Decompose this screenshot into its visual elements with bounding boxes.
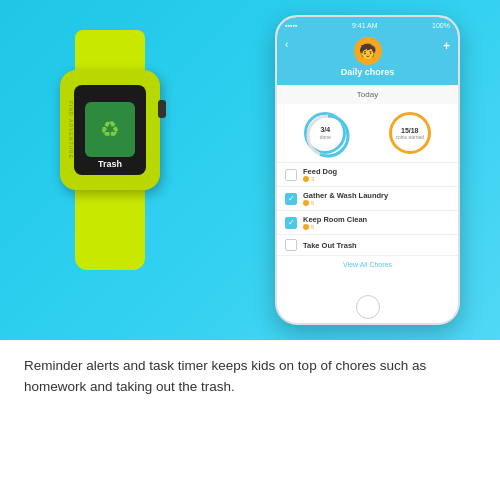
chore-info-room-clean: Keep Room Clean 5 bbox=[303, 215, 450, 230]
signal-indicator: ▪▪▪▪▪ bbox=[285, 22, 297, 29]
battery-indicator: 100% bbox=[432, 22, 450, 29]
view-all-chores-link[interactable]: View All Chores bbox=[277, 256, 458, 273]
chore-name: Gather & Wash Laundry bbox=[303, 191, 450, 200]
watch-body: FIND ADVENTURE ♻ Trash bbox=[60, 70, 160, 190]
chore-item-laundry[interactable]: ✓ Gather & Wash Laundry 5 bbox=[277, 187, 458, 211]
coin-dot-icon bbox=[303, 176, 309, 182]
today-label: Today bbox=[357, 90, 378, 99]
app-header: ‹ 🧒 Daily chores + bbox=[277, 33, 458, 85]
chore-info-trash: Take Out Trash bbox=[303, 241, 450, 250]
chore-list: Feed Dog 3 ✓ Gather & Wash Laundry 5 bbox=[277, 163, 458, 291]
hero-section: FIND ADVENTURE ♻ Trash ▪▪▪▪▪ 9:41 AM 100… bbox=[0, 0, 500, 340]
watch-band-top bbox=[75, 30, 145, 70]
prev-day-button[interactable]: ‹ bbox=[285, 89, 288, 100]
chore-info-laundry: Gather & Wash Laundry 5 bbox=[303, 191, 450, 206]
watch-button bbox=[158, 100, 166, 118]
recycle-icon: ♻ bbox=[100, 117, 120, 143]
checkmark-icon: ✓ bbox=[288, 194, 295, 203]
chore-checkbox-room-clean[interactable]: ✓ bbox=[285, 217, 297, 229]
chore-coins: 5 bbox=[303, 224, 450, 230]
coins-circle: 15/18 coins earned bbox=[389, 112, 431, 154]
chore-name: Feed Dog bbox=[303, 167, 450, 176]
coins-earned-count: 15/18 bbox=[401, 127, 419, 134]
screen-title: Daily chores bbox=[285, 67, 450, 77]
chore-info-feed-dog: Feed Dog 3 bbox=[303, 167, 450, 182]
phone-device: ▪▪▪▪▪ 9:41 AM 100% ‹ 🧒 Daily chores + ‹ … bbox=[275, 15, 460, 325]
watch-side-text: FIND ADVENTURE bbox=[68, 101, 74, 159]
coin-dot-icon bbox=[303, 200, 309, 206]
chore-name: Keep Room Clean bbox=[303, 215, 450, 224]
watch-chore-label: Trash bbox=[98, 159, 122, 169]
progress-section: 3/4 done 15/18 coins earned bbox=[277, 104, 458, 163]
checkmark-icon: ✓ bbox=[288, 218, 295, 227]
chore-item-take-out-trash[interactable]: Take Out Trash bbox=[277, 235, 458, 256]
progress-ring-svg bbox=[304, 112, 352, 160]
coin-dot-icon bbox=[303, 224, 309, 230]
avatar: 🧒 bbox=[354, 37, 382, 65]
phone-screen: ▪▪▪▪▪ 9:41 AM 100% ‹ 🧒 Daily chores + ‹ … bbox=[277, 17, 458, 323]
tasks-progress-circle: 3/4 done bbox=[304, 112, 346, 154]
chore-coins: 3 bbox=[303, 176, 450, 182]
chore-coins: 5 bbox=[303, 200, 450, 206]
chore-item-room-clean[interactable]: ✓ Keep Room Clean 5 bbox=[277, 211, 458, 235]
back-button[interactable]: ‹ bbox=[285, 39, 288, 50]
chore-checkbox-laundry[interactable]: ✓ bbox=[285, 193, 297, 205]
description-section: Reminder alerts and task timer keeps kid… bbox=[0, 340, 500, 414]
chore-checkbox-trash[interactable] bbox=[285, 239, 297, 251]
chore-name: Take Out Trash bbox=[303, 241, 450, 250]
watch-band-bottom bbox=[75, 190, 145, 270]
chore-checkbox-feed-dog[interactable] bbox=[285, 169, 297, 181]
watch-icon-trash: ♻ bbox=[85, 102, 135, 157]
date-navigation: ‹ Today › bbox=[277, 85, 458, 104]
coins-label: coins earned bbox=[395, 134, 424, 140]
watch-device: FIND ADVENTURE ♻ Trash bbox=[30, 30, 190, 290]
description-text: Reminder alerts and task timer keeps kid… bbox=[24, 356, 476, 398]
next-day-button[interactable]: › bbox=[447, 89, 450, 100]
watch-screen: ♻ Trash bbox=[74, 85, 146, 175]
time-display: 9:41 AM bbox=[352, 22, 378, 29]
home-button[interactable] bbox=[356, 295, 380, 319]
status-bar: ▪▪▪▪▪ 9:41 AM 100% bbox=[277, 17, 458, 33]
chore-item-feed-dog[interactable]: Feed Dog 3 bbox=[277, 163, 458, 187]
add-chore-button[interactable]: + bbox=[443, 39, 450, 53]
